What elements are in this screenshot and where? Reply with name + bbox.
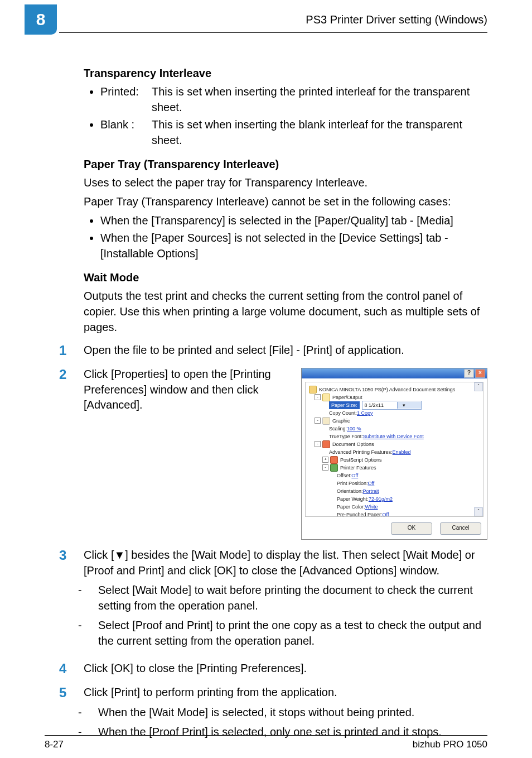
item-text: This is set when inserting the blank int… (152, 117, 487, 148)
offset-link[interactable]: Off (351, 472, 358, 479)
tree-node[interactable]: PostScript Options (340, 457, 382, 463)
close-button[interactable]: × (475, 369, 485, 378)
tree-node[interactable]: Graphic (332, 418, 350, 424)
copy-count-link[interactable]: 1 Copy (357, 410, 373, 416)
graphic-icon (322, 417, 330, 425)
step-1: 1 Open the file to be printed and select… (84, 343, 487, 359)
chevron-down-icon[interactable]: ▾ (397, 402, 421, 409)
paper-size-combo[interactable]: 8 1/2x11▾ (362, 401, 422, 410)
header-rule (59, 32, 487, 33)
page-number: 8-27 (45, 739, 64, 750)
item-label: Blank : (100, 117, 152, 148)
step-number: 1 (59, 343, 84, 359)
step-text: Click [Properties] to open the [Printing… (84, 367, 293, 413)
scroll-up-button[interactable]: ˄ (474, 382, 483, 391)
heading-transparency-interleave: Transparency Interleave (84, 67, 487, 80)
chapter-number-box: 8 (25, 4, 57, 35)
tree-node[interactable]: Paper/Output (332, 394, 362, 401)
help-button[interactable]: ? (464, 369, 474, 378)
collapse-icon[interactable]: - (315, 418, 321, 424)
step-text: Click [▼] besides the [Wait Mode] to (84, 549, 263, 561)
list-item: Select [Wait Mode] to wait before printi… (98, 583, 487, 613)
step-3: 3 Click [▼] besides the [Wait Mode] to d… (84, 548, 487, 654)
heading-paper-tray: Paper Tray (Transparency Interleave) (84, 158, 487, 171)
step-text: Open the file to be printed and select [… (84, 343, 487, 359)
paragraph: Outputs the test print and checks the cu… (84, 289, 487, 335)
scaling-link[interactable]: 100 % (347, 425, 361, 432)
postscript-icon (330, 456, 338, 464)
collapse-icon[interactable]: - (315, 394, 321, 400)
settings-tree: KONICA MINOLTA 1050 PS(P) Advanced Docum… (308, 385, 481, 517)
tree-root: KONICA MINOLTA 1050 PS(P) Advanced Docum… (319, 386, 455, 393)
step-number: 4 (59, 661, 84, 677)
step-number: 2 (59, 367, 84, 540)
advanced-options-dialog: ? × ˄ KONICA MINOLTA 1050 PS(P) Advanced… (301, 368, 487, 540)
ok-button[interactable]: OK (391, 522, 432, 535)
document-options-icon (322, 440, 330, 448)
item-text: This is set when inserting the printed i… (152, 84, 487, 115)
list-item: Printed: This is set when inserting the … (100, 84, 487, 115)
cancel-button[interactable]: Cancel (440, 522, 481, 535)
list-item: When the [Wait Mode] is selected, it sto… (98, 705, 487, 721)
adv-feat-link[interactable]: Enabled (393, 449, 411, 455)
item-label: Printed: (100, 84, 152, 115)
page-footer: 8-27 bizhub PRO 1050 (45, 735, 487, 750)
paper-size-label: Paper Size: (329, 401, 360, 409)
printer-icon (309, 386, 317, 394)
expand-icon[interactable]: + (322, 457, 328, 463)
transparency-list: Printed: This is set when inserting the … (84, 84, 487, 148)
tree-node[interactable]: Document Options (332, 441, 374, 448)
collapse-icon[interactable]: - (315, 441, 321, 447)
paper-output-icon (322, 394, 330, 401)
dialog-titlebar: ? × (302, 368, 487, 378)
truetype-link[interactable]: Substitute with Device Font (363, 433, 424, 440)
list-item: Select [Proof and Print] to print the on… (98, 618, 487, 649)
paper-color-link[interactable]: White (365, 503, 378, 510)
list-item: When the [Paper Sources] is not selected… (100, 231, 487, 261)
step-4: 4 Click [OK] to close the [Printing Pref… (84, 661, 487, 677)
heading-wait-mode: Wait Mode (84, 271, 487, 284)
scroll-down-button[interactable]: ˅ (474, 507, 483, 516)
step-text: Click [Print] to perform printing from t… (84, 686, 337, 698)
paper-weight-link[interactable]: 72-91g/m2 (369, 496, 393, 502)
pre-punched-link[interactable]: Off (383, 511, 389, 517)
step-3-sublist: Select [Wait Mode] to wait before printi… (84, 583, 487, 649)
step-2: 2 Click [Properties] to open the [Printi… (84, 367, 487, 540)
paragraph: Paper Tray (Transparency Interleave) can… (84, 194, 487, 210)
paragraph: Uses to select the paper tray for Transp… (84, 175, 487, 191)
step-text: Click [OK] to close the [Printing Prefer… (84, 661, 487, 677)
paper-tray-bullets: When the [Transparency] is selected in t… (84, 213, 487, 262)
orientation-link[interactable]: Portrait (363, 488, 379, 495)
step-number: 3 (59, 548, 84, 654)
print-position-link[interactable]: Off (368, 480, 375, 487)
list-item: When the [Transparency] is selected in t… (100, 213, 487, 229)
product-name: bizhub PRO 1050 (413, 739, 487, 750)
printer-features-icon (330, 464, 338, 472)
list-item: Blank : This is set when inserting the b… (100, 117, 487, 148)
collapse-icon[interactable]: - (322, 464, 328, 471)
page-header: 8 PS3 Printer Driver setting (Windows) (59, 12, 487, 42)
tree-node[interactable]: Printer Features (340, 464, 376, 471)
header-title: PS3 Printer Driver setting (Windows) (306, 13, 487, 26)
